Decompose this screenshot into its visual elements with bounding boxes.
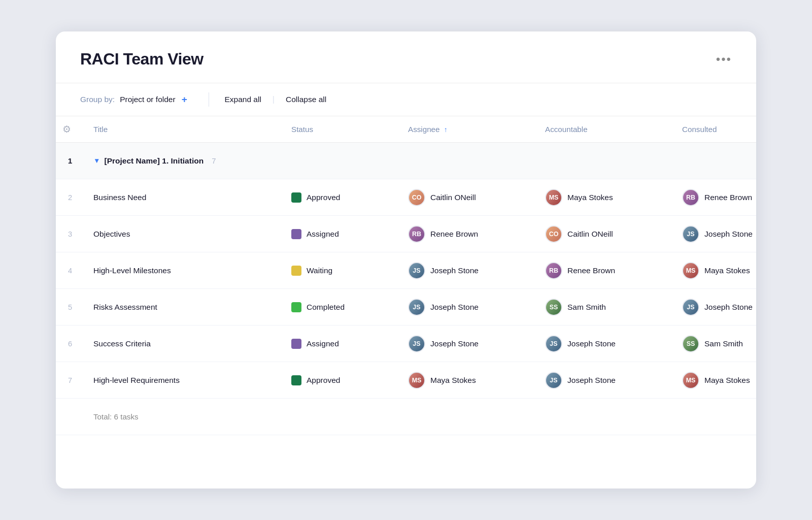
consulted-cell[interactable]: MS Maya Stokes xyxy=(673,362,756,399)
status-label: Assigned xyxy=(307,339,339,348)
accountable-col-header[interactable]: Accountable xyxy=(536,116,673,143)
accountable-cell[interactable]: JS Joseph Stone xyxy=(536,362,673,399)
task-title[interactable]: Objectives xyxy=(84,216,282,252)
avatar: RB xyxy=(408,225,425,243)
assignee-cell[interactable]: MS Maya Stokes xyxy=(399,362,536,399)
avatar: JS xyxy=(408,335,425,352)
assignee-cell[interactable]: JS Joseph Stone xyxy=(399,289,536,326)
assignee-name: Renee Brown xyxy=(430,230,478,239)
more-options-button[interactable]: ••• xyxy=(716,52,732,67)
row-num: 2 xyxy=(56,179,84,216)
avatar: CO xyxy=(545,225,562,243)
consulted-cell[interactable]: JS Joseph Stone xyxy=(673,289,756,326)
assignee-cell[interactable]: JS Joseph Stone xyxy=(399,252,536,289)
row-num: 3 xyxy=(56,216,84,252)
add-group-button[interactable]: + xyxy=(180,94,189,105)
status-label: Completed xyxy=(307,303,345,312)
assignee-name: Caitlin ONeill xyxy=(430,193,476,202)
table-row: 2 Business Need Approved CO Caitlin ONei… xyxy=(56,179,756,216)
task-title[interactable]: High-level Requirements xyxy=(84,362,282,399)
consulted-cell[interactable]: SS Sam Smith xyxy=(673,326,756,362)
group-by-value[interactable]: Project or folder xyxy=(120,95,176,104)
accountable-cell[interactable]: CO Caitlin ONeill xyxy=(536,216,673,252)
accountable-cell[interactable]: SS Sam Smith xyxy=(536,289,673,326)
consulted-name: Maya Stokes xyxy=(704,266,750,275)
project-group-row[interactable]: 1 ▼ [Project Name] 1. Initiation 7 xyxy=(56,143,756,179)
total-label: Total: 6 tasks xyxy=(84,399,756,435)
consulted-col-header[interactable]: Consulted xyxy=(673,116,756,143)
row-num: 4 xyxy=(56,252,84,289)
table-row: 6 Success Criteria Assigned JS Joseph St… xyxy=(56,326,756,362)
assignee-name: Maya Stokes xyxy=(430,376,476,385)
settings-col-header: ⚙ xyxy=(56,116,84,143)
assignee-name: Joseph Stone xyxy=(430,339,479,348)
avatar: MS xyxy=(682,372,699,389)
avatar: JS xyxy=(408,299,425,316)
status-label: Approved xyxy=(307,193,340,202)
consulted-name: Renee Brown xyxy=(704,193,752,202)
consulted-cell[interactable]: MS Maya Stokes xyxy=(673,252,756,289)
total-row: Total: 6 tasks xyxy=(56,399,756,435)
accountable-name: Caitlin ONeill xyxy=(567,230,613,239)
avatar: MS xyxy=(682,262,699,279)
table-row: 3 Objectives Assigned RB Renee Brown CO … xyxy=(56,216,756,252)
consulted-cell[interactable]: JS Joseph Stone xyxy=(673,216,756,252)
accountable-cell[interactable]: JS Joseph Stone xyxy=(536,326,673,362)
chevron-down-icon: ▼ xyxy=(93,157,100,165)
assignee-cell[interactable]: CO Caitlin ONeill xyxy=(399,179,536,216)
avatar: MS xyxy=(545,189,562,206)
table-row: 4 High-Level Milestones Waiting JS Josep… xyxy=(56,252,756,289)
avatar: SS xyxy=(682,335,699,352)
consulted-name: Joseph Stone xyxy=(704,303,753,312)
status-dot-icon xyxy=(291,266,301,276)
accountable-name: Joseph Stone xyxy=(567,339,616,348)
avatar: JS xyxy=(682,225,699,243)
task-status[interactable]: Assigned xyxy=(282,326,399,362)
project-group-title[interactable]: ▼ [Project Name] 1. Initiation 7 xyxy=(84,143,756,179)
raci-table-wrapper: ⚙ Title Status Assignee ↑ Accountable xyxy=(56,116,756,435)
status-col-header[interactable]: Status xyxy=(282,116,399,143)
assignee-cell[interactable]: JS Joseph Stone xyxy=(399,326,536,362)
total-row-num xyxy=(56,399,84,435)
card-header: RACI Team View ••• xyxy=(56,31,756,83)
task-title[interactable]: High-Level Milestones xyxy=(84,252,282,289)
accountable-cell[interactable]: RB Renee Brown xyxy=(536,252,673,289)
avatar: CO xyxy=(408,189,425,206)
accountable-cell[interactable]: MS Maya Stokes xyxy=(536,179,673,216)
task-title[interactable]: Risks Assessment xyxy=(84,289,282,326)
status-dot-icon xyxy=(291,302,301,312)
raci-card: RACI Team View ••• Group by: Project or … xyxy=(56,31,756,489)
status-label: Assigned xyxy=(307,230,339,239)
row-num: 6 xyxy=(56,326,84,362)
toolbar: Group by: Project or folder + Expand all… xyxy=(56,83,756,116)
assignee-name: Joseph Stone xyxy=(430,266,479,275)
consulted-name: Joseph Stone xyxy=(704,230,753,239)
consulted-cell[interactable]: RB Renee Brown xyxy=(673,179,756,216)
sort-arrow-icon: ↑ xyxy=(444,126,448,134)
assignee-cell[interactable]: RB Renee Brown xyxy=(399,216,536,252)
row-num: 5 xyxy=(56,289,84,326)
accountable-name: Sam Smith xyxy=(567,303,606,312)
task-status[interactable]: Approved xyxy=(282,179,399,216)
avatar: SS xyxy=(545,299,562,316)
consulted-name: Sam Smith xyxy=(704,339,743,348)
raci-table: ⚙ Title Status Assignee ↑ Accountable xyxy=(56,116,756,435)
collapse-all-button[interactable]: Collapse all xyxy=(282,93,330,106)
status-dot-icon xyxy=(291,229,301,239)
page-title: RACI Team View xyxy=(80,50,204,69)
table-header-row: ⚙ Title Status Assignee ↑ Accountable xyxy=(56,116,756,143)
title-col-header[interactable]: Title xyxy=(84,116,282,143)
task-status[interactable]: Assigned xyxy=(282,216,399,252)
table-row: 5 Risks Assessment Completed JS Joseph S… xyxy=(56,289,756,326)
avatar: JS xyxy=(682,299,699,316)
assignee-name: Joseph Stone xyxy=(430,303,479,312)
task-status[interactable]: Waiting xyxy=(282,252,399,289)
task-title[interactable]: Business Need xyxy=(84,179,282,216)
consulted-name: Maya Stokes xyxy=(704,376,750,385)
gear-icon[interactable]: ⚙ xyxy=(62,124,71,135)
assignee-col-header[interactable]: Assignee ↑ xyxy=(399,116,536,143)
expand-all-button[interactable]: Expand all xyxy=(220,93,265,106)
task-status[interactable]: Approved xyxy=(282,362,399,399)
task-title[interactable]: Success Criteria xyxy=(84,326,282,362)
task-status[interactable]: Completed xyxy=(282,289,399,326)
